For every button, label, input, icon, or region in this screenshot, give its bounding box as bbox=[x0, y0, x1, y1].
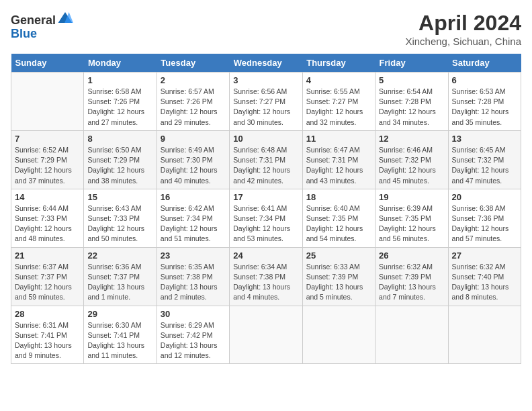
calendar-cell: 24Sunrise: 6:34 AM Sunset: 7:38 PM Dayli… bbox=[230, 247, 302, 306]
day-info: Sunrise: 6:30 AM Sunset: 7:41 PM Dayligh… bbox=[87, 320, 152, 361]
day-number: 5 bbox=[379, 75, 444, 85]
day-number: 23 bbox=[161, 250, 226, 261]
day-number: 11 bbox=[306, 134, 371, 144]
day-number: 2 bbox=[161, 75, 226, 85]
day-info: Sunrise: 6:35 AM Sunset: 7:38 PM Dayligh… bbox=[161, 262, 226, 303]
day-number: 4 bbox=[306, 75, 371, 85]
calendar-cell: 27Sunrise: 6:32 AM Sunset: 7:40 PM Dayli… bbox=[448, 247, 521, 306]
day-number: 20 bbox=[452, 192, 517, 202]
day-number: 8 bbox=[87, 134, 152, 144]
weekday-header: Friday bbox=[375, 54, 448, 73]
day-info: Sunrise: 6:52 AM Sunset: 7:29 PM Dayligh… bbox=[15, 145, 80, 186]
day-number: 15 bbox=[87, 192, 152, 202]
day-info: Sunrise: 6:40 AM Sunset: 7:35 PM Dayligh… bbox=[306, 203, 371, 244]
day-info: Sunrise: 6:56 AM Sunset: 7:27 PM Dayligh… bbox=[233, 87, 298, 128]
calendar-cell bbox=[448, 306, 521, 364]
calendar-cell bbox=[375, 306, 448, 364]
day-number: 9 bbox=[161, 134, 226, 144]
day-number: 1 bbox=[87, 75, 152, 85]
logo-general: General bbox=[11, 13, 56, 27]
day-info: Sunrise: 6:46 AM Sunset: 7:32 PM Dayligh… bbox=[379, 145, 444, 186]
day-number: 16 bbox=[161, 192, 226, 202]
calendar-cell bbox=[11, 73, 84, 131]
calendar-cell: 11Sunrise: 6:47 AM Sunset: 7:31 PM Dayli… bbox=[302, 130, 375, 189]
calendar-cell: 8Sunrise: 6:50 AM Sunset: 7:29 PM Daylig… bbox=[84, 130, 157, 189]
calendar-cell: 28Sunrise: 6:31 AM Sunset: 7:41 PM Dayli… bbox=[11, 306, 84, 364]
day-info: Sunrise: 6:58 AM Sunset: 7:26 PM Dayligh… bbox=[87, 87, 152, 128]
day-info: Sunrise: 6:39 AM Sunset: 7:35 PM Dayligh… bbox=[379, 203, 444, 244]
calendar-cell: 30Sunrise: 6:29 AM Sunset: 7:42 PM Dayli… bbox=[157, 306, 229, 364]
calendar-week-row: 7Sunrise: 6:52 AM Sunset: 7:29 PM Daylig… bbox=[11, 130, 521, 189]
calendar-cell bbox=[302, 306, 375, 364]
main-title: April 2024 bbox=[405, 11, 521, 36]
calendar-cell: 20Sunrise: 6:38 AM Sunset: 7:36 PM Dayli… bbox=[448, 189, 521, 247]
day-number: 22 bbox=[87, 250, 152, 261]
day-number: 14 bbox=[15, 192, 80, 202]
calendar-cell: 29Sunrise: 6:30 AM Sunset: 7:41 PM Dayli… bbox=[84, 306, 157, 364]
day-info: Sunrise: 6:47 AM Sunset: 7:31 PM Dayligh… bbox=[306, 145, 371, 186]
calendar-week-row: 28Sunrise: 6:31 AM Sunset: 7:41 PM Dayli… bbox=[11, 306, 521, 364]
calendar-cell: 18Sunrise: 6:40 AM Sunset: 7:35 PM Dayli… bbox=[302, 189, 375, 247]
calendar-week-row: 1Sunrise: 6:58 AM Sunset: 7:26 PM Daylig… bbox=[11, 73, 521, 131]
calendar-header: SundayMondayTuesdayWednesdayThursdayFrid… bbox=[11, 54, 521, 73]
calendar-cell: 6Sunrise: 6:53 AM Sunset: 7:28 PM Daylig… bbox=[448, 73, 521, 131]
day-number: 7 bbox=[15, 134, 80, 144]
day-info: Sunrise: 6:57 AM Sunset: 7:26 PM Dayligh… bbox=[161, 87, 226, 128]
day-info: Sunrise: 6:50 AM Sunset: 7:29 PM Dayligh… bbox=[87, 145, 152, 186]
day-number: 27 bbox=[452, 250, 517, 261]
day-info: Sunrise: 6:42 AM Sunset: 7:34 PM Dayligh… bbox=[161, 203, 226, 244]
calendar-cell: 22Sunrise: 6:36 AM Sunset: 7:37 PM Dayli… bbox=[84, 247, 157, 306]
sub-title: Xincheng, Sichuan, China bbox=[405, 36, 521, 47]
calendar-cell: 21Sunrise: 6:37 AM Sunset: 7:37 PM Dayli… bbox=[11, 247, 84, 306]
day-number: 21 bbox=[15, 250, 80, 261]
weekday-header: Saturday bbox=[448, 54, 521, 73]
logo-icon bbox=[57, 11, 73, 24]
day-number: 12 bbox=[379, 134, 444, 144]
day-number: 30 bbox=[161, 309, 226, 319]
day-info: Sunrise: 6:31 AM Sunset: 7:41 PM Dayligh… bbox=[15, 320, 80, 361]
day-info: Sunrise: 6:49 AM Sunset: 7:30 PM Dayligh… bbox=[161, 145, 226, 186]
weekday-header: Tuesday bbox=[157, 54, 229, 73]
day-number: 6 bbox=[452, 75, 517, 85]
day-number: 19 bbox=[379, 192, 444, 202]
title-block: April 2024 Xincheng, Sichuan, China bbox=[405, 11, 521, 47]
day-number: 25 bbox=[306, 250, 371, 261]
calendar-cell: 3Sunrise: 6:56 AM Sunset: 7:27 PM Daylig… bbox=[230, 73, 302, 131]
calendar-cell: 12Sunrise: 6:46 AM Sunset: 7:32 PM Dayli… bbox=[375, 130, 448, 189]
day-number: 26 bbox=[379, 250, 444, 261]
calendar-cell: 26Sunrise: 6:32 AM Sunset: 7:39 PM Dayli… bbox=[375, 247, 448, 306]
day-info: Sunrise: 6:37 AM Sunset: 7:37 PM Dayligh… bbox=[15, 262, 80, 303]
weekday-header: Thursday bbox=[302, 54, 375, 73]
calendar-cell: 25Sunrise: 6:33 AM Sunset: 7:39 PM Dayli… bbox=[302, 247, 375, 306]
calendar-week-row: 21Sunrise: 6:37 AM Sunset: 7:37 PM Dayli… bbox=[11, 247, 521, 306]
day-info: Sunrise: 6:32 AM Sunset: 7:39 PM Dayligh… bbox=[379, 262, 444, 303]
day-number: 17 bbox=[233, 192, 298, 202]
calendar-table: SundayMondayTuesdayWednesdayThursdayFrid… bbox=[11, 54, 521, 364]
calendar-cell: 5Sunrise: 6:54 AM Sunset: 7:28 PM Daylig… bbox=[375, 73, 448, 131]
page-header: General Blue April 2024 Xincheng, Sichua… bbox=[11, 11, 521, 47]
day-number: 3 bbox=[233, 75, 298, 85]
day-info: Sunrise: 6:33 AM Sunset: 7:39 PM Dayligh… bbox=[306, 262, 371, 303]
day-info: Sunrise: 6:45 AM Sunset: 7:32 PM Dayligh… bbox=[452, 145, 517, 186]
day-number: 24 bbox=[233, 250, 298, 261]
day-info: Sunrise: 6:44 AM Sunset: 7:33 PM Dayligh… bbox=[15, 203, 80, 244]
day-number: 18 bbox=[306, 192, 371, 202]
day-info: Sunrise: 6:34 AM Sunset: 7:38 PM Dayligh… bbox=[233, 262, 298, 303]
calendar-cell: 1Sunrise: 6:58 AM Sunset: 7:26 PM Daylig… bbox=[84, 73, 157, 131]
calendar-week-row: 14Sunrise: 6:44 AM Sunset: 7:33 PM Dayli… bbox=[11, 189, 521, 247]
day-number: 29 bbox=[87, 309, 152, 319]
day-info: Sunrise: 6:55 AM Sunset: 7:27 PM Dayligh… bbox=[306, 87, 371, 128]
day-info: Sunrise: 6:38 AM Sunset: 7:36 PM Dayligh… bbox=[452, 203, 517, 244]
calendar-cell: 9Sunrise: 6:49 AM Sunset: 7:30 PM Daylig… bbox=[157, 130, 229, 189]
weekday-header: Sunday bbox=[11, 54, 84, 73]
logo: General Blue bbox=[11, 11, 73, 41]
day-info: Sunrise: 6:54 AM Sunset: 7:28 PM Dayligh… bbox=[379, 87, 444, 128]
calendar-cell: 14Sunrise: 6:44 AM Sunset: 7:33 PM Dayli… bbox=[11, 189, 84, 247]
calendar-cell: 10Sunrise: 6:48 AM Sunset: 7:31 PM Dayli… bbox=[230, 130, 302, 189]
day-info: Sunrise: 6:41 AM Sunset: 7:34 PM Dayligh… bbox=[233, 203, 298, 244]
weekday-header: Monday bbox=[84, 54, 157, 73]
calendar-cell: 19Sunrise: 6:39 AM Sunset: 7:35 PM Dayli… bbox=[375, 189, 448, 247]
day-info: Sunrise: 6:36 AM Sunset: 7:37 PM Dayligh… bbox=[87, 262, 152, 303]
day-info: Sunrise: 6:29 AM Sunset: 7:42 PM Dayligh… bbox=[161, 320, 226, 361]
calendar-cell: 13Sunrise: 6:45 AM Sunset: 7:32 PM Dayli… bbox=[448, 130, 521, 189]
